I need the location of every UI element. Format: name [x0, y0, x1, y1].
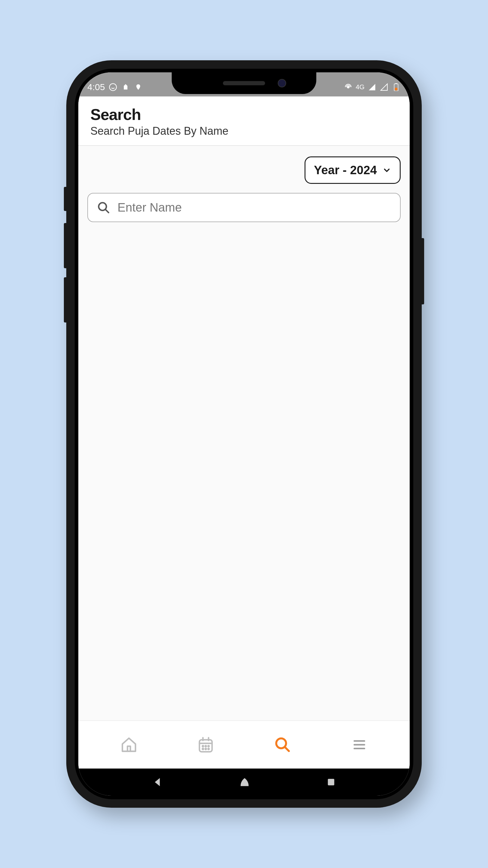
svg-rect-3: [395, 88, 398, 90]
app-header: Search Search Puja Dates By Name: [78, 96, 410, 146]
year-label: Year - 2024: [314, 163, 377, 177]
nav-menu-button[interactable]: [349, 734, 370, 755]
status-time: 4:05: [87, 82, 105, 92]
power-button: [422, 238, 424, 304]
search-box[interactable]: [87, 193, 401, 222]
results-area: [78, 233, 410, 720]
controls-area: Year - 2024: [78, 146, 410, 233]
year-row: Year - 2024: [87, 156, 401, 184]
home-icon: [120, 736, 138, 753]
svg-point-0: [110, 84, 117, 90]
front-camera: [278, 79, 286, 87]
whatsapp-icon: [108, 83, 118, 92]
chevron-down-icon: [382, 166, 391, 175]
status-bar-left: 4:05: [87, 76, 143, 92]
svg-point-12: [205, 746, 206, 747]
mute-switch: [64, 187, 66, 211]
android-recents-button[interactable]: [326, 777, 336, 787]
search-icon: [274, 736, 291, 753]
notification-icon: [121, 83, 130, 92]
svg-point-11: [202, 746, 203, 747]
svg-point-15: [205, 748, 206, 749]
calendar-icon: [197, 736, 214, 753]
nav-home-button[interactable]: [119, 734, 139, 755]
menu-icon: [352, 737, 367, 752]
speaker-grille: [223, 81, 265, 85]
svg-point-16: [208, 748, 209, 749]
svg-line-18: [285, 747, 289, 751]
android-back-button[interactable]: [152, 777, 163, 787]
nav-search-button[interactable]: [272, 734, 293, 755]
location-icon: [134, 83, 143, 92]
phone-bezel: 4:05: [75, 69, 413, 799]
svg-rect-22: [328, 779, 334, 785]
volume-down-button: [64, 277, 66, 322]
volume-up-button: [64, 223, 66, 268]
svg-rect-4: [395, 83, 397, 84]
page-subtitle: Search Puja Dates By Name: [90, 125, 398, 137]
phone-notch: [172, 72, 316, 94]
network-type: 4G: [356, 83, 364, 91]
svg-point-14: [202, 748, 203, 749]
battery-icon: [392, 83, 401, 92]
nav-calendar-button[interactable]: [195, 734, 216, 755]
search-input[interactable]: [118, 201, 391, 214]
phone-device-frame: 4:05: [66, 60, 422, 808]
hotspot-icon: [344, 83, 353, 92]
year-selector-button[interactable]: Year - 2024: [304, 156, 401, 184]
svg-point-1: [347, 86, 349, 88]
android-home-button[interactable]: [238, 776, 251, 788]
svg-line-6: [105, 209, 109, 213]
svg-point-13: [208, 746, 209, 747]
search-icon: [97, 201, 110, 214]
android-system-nav: [78, 769, 410, 796]
signal-icon-2: [380, 83, 389, 92]
page-title: Search: [90, 105, 398, 124]
signal-icon: [367, 83, 377, 92]
phone-screen: 4:05: [78, 72, 410, 796]
status-bar-right: 4G: [344, 77, 401, 92]
bottom-nav: [78, 720, 410, 769]
